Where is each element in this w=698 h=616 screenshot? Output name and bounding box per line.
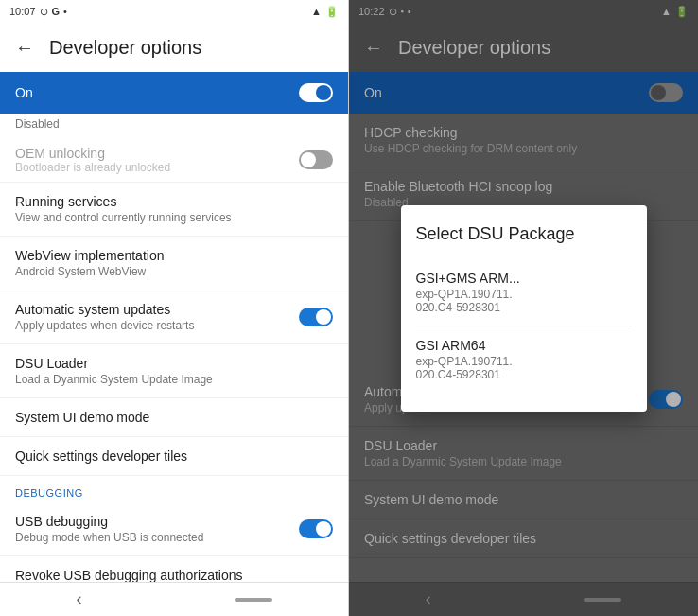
modal-option-gsi-gms[interactable]: GSI+GMS ARM... exp-QP1A.190711.020.C4-59… (416, 259, 632, 326)
left-phone: 10:07 ⊙ G • ▲ 🔋 ← Developer options On D… (0, 0, 349, 616)
wifi-icon: ▲ (311, 6, 322, 17)
left-developer-toggle[interactable] (299, 83, 333, 102)
dot-icon: • (63, 6, 67, 17)
left-on-bar: On (0, 72, 348, 114)
usb-debugging-item[interactable]: USB debugging Debug mode when USB is con… (0, 502, 348, 556)
g-icon: G (52, 6, 61, 17)
modal-option-gsi-arm64-title: GSI ARM64 (416, 338, 632, 353)
modal-option-gsi-gms-title: GSI+GMS ARM... (416, 271, 632, 286)
left-page-title: Developer options (49, 37, 201, 59)
left-back-nav[interactable]: ‹ (77, 590, 82, 609)
dsu-loader-title: DSU Loader (15, 356, 333, 371)
modal-overlay[interactable]: Select DSU Package GSI+GMS ARM... exp-QP… (349, 0, 698, 616)
dsu-loader-item[interactable]: DSU Loader Load a Dyanmic System Update … (0, 344, 348, 398)
modal-option-gsi-arm64-subtitle: exp-QP1A.190711.020.C4-5928301 (416, 355, 632, 381)
modal-title: Select DSU Package (416, 224, 632, 244)
auto-updates-title: Automatic system updates (15, 302, 299, 317)
usb-debugging-title: USB debugging (15, 514, 299, 529)
usb-debugging-toggle[interactable] (299, 519, 333, 538)
left-back-button[interactable]: ← (15, 37, 34, 59)
webview-item[interactable]: WebView implementation Android System We… (0, 237, 348, 290)
usb-debugging-subtitle: Debug mode when USB is connected (15, 531, 299, 544)
auto-updates-toggle[interactable] (299, 308, 333, 326)
left-settings-list: OEM unlocking Bootloader is already unlo… (0, 138, 348, 582)
running-services-title: Running services (15, 194, 333, 209)
right-phone: 10:22 ⊙ ▪ • ▲ 🔋 ← Developer options On (349, 0, 698, 616)
google-icon: ⊙ (40, 6, 48, 18)
running-services-item[interactable]: Running services View and control curren… (0, 183, 348, 237)
modal-option-gsi-gms-subtitle: exp-QP1A.190711.020.C4-5928301 (416, 288, 632, 314)
left-nav-bar: ‹ (0, 582, 348, 616)
quick-settings-item[interactable]: Quick settings developer tiles (0, 437, 348, 476)
oem-unlocking-subtitle: Bootloader is already unlocked (15, 161, 170, 174)
running-services-subtitle: View and control currently running servi… (15, 211, 333, 224)
left-status-bar: 10:07 ⊙ G • ▲ 🔋 (0, 0, 348, 23)
select-dsu-dialog: Select DSU Package GSI+GMS ARM... exp-QP… (401, 205, 647, 412)
left-on-label: On (15, 85, 33, 100)
oem-unlocking-title: OEM unlocking (15, 146, 170, 161)
left-time: 10:07 (9, 6, 36, 17)
auto-updates-subtitle: Apply updates when device restarts (15, 319, 299, 332)
battery-icon: 🔋 (325, 6, 339, 18)
webview-title: WebView implementation (15, 248, 333, 263)
revoke-usb-item[interactable]: Revoke USB debugging authorizations (0, 556, 348, 582)
modal-option-gsi-arm64[interactable]: GSI ARM64 exp-QP1A.190711.020.C4-5928301 (416, 326, 632, 393)
system-ui-demo-item[interactable]: System UI demo mode (0, 398, 348, 437)
debugging-section-header: DEBUGGING (0, 476, 348, 502)
left-disabled-label: Disabled (0, 114, 348, 138)
quick-settings-title: Quick settings developer tiles (15, 449, 333, 464)
left-home-indicator[interactable] (235, 598, 272, 602)
oem-unlocking-item[interactable]: OEM unlocking Bootloader is already unlo… (0, 138, 348, 183)
oem-unlocking-toggle[interactable] (299, 150, 333, 169)
left-header: ← Developer options (0, 23, 348, 72)
dsu-loader-subtitle: Load a Dyanmic System Update Image (15, 373, 333, 386)
auto-updates-item[interactable]: Automatic system updates Apply updates w… (0, 290, 348, 344)
revoke-usb-title: Revoke USB debugging authorizations (15, 568, 333, 582)
webview-subtitle: Android System WebView (15, 265, 333, 278)
system-ui-demo-title: System UI demo mode (15, 410, 333, 425)
